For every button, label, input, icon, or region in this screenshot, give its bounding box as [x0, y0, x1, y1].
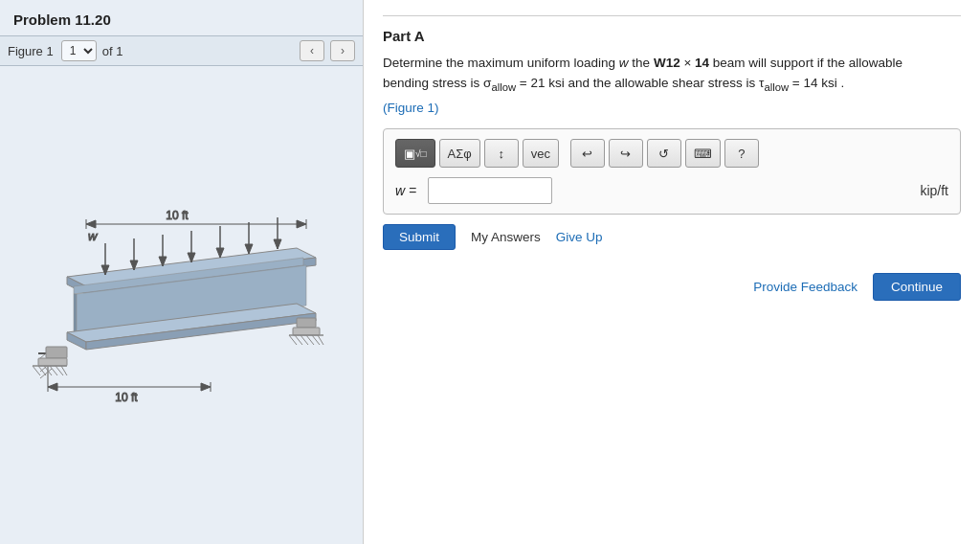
continue-button[interactable]: Continue — [873, 273, 961, 301]
action-row: Submit My Answers Give Up — [383, 224, 961, 250]
svg-marker-46 — [274, 239, 281, 249]
help-button[interactable]: ? — [724, 139, 759, 168]
answer-input[interactable] — [428, 177, 552, 204]
refresh-button[interactable]: ↺ — [647, 139, 681, 168]
my-answers-link[interactable]: My Answers — [471, 230, 541, 244]
figure-select[interactable]: 1 — [61, 40, 97, 61]
answer-row: w = kip/ft — [395, 177, 948, 204]
redo-button[interactable]: ↪ — [609, 139, 643, 168]
svg-rect-24 — [297, 318, 316, 328]
svg-rect-16 — [38, 358, 67, 366]
figure-navigation: Figure 1 1 of 1 ‹ › — [0, 35, 363, 66]
svg-marker-58 — [201, 383, 211, 391]
right-panel: Part A Determine the maximum uniform loa… — [364, 0, 980, 544]
prev-figure-button[interactable]: ‹ — [300, 40, 324, 61]
svg-text:w: w — [88, 229, 99, 243]
svg-marker-52 — [297, 220, 306, 228]
submit-button[interactable]: Submit — [383, 224, 456, 250]
unit-label: kip/ft — [920, 183, 948, 198]
left-panel: Problem 11.20 Figure 1 1 of 1 ‹ › — [0, 0, 364, 544]
problem-text-line2: bending stress is σallow = 21 ksi and th… — [383, 76, 844, 90]
svg-marker-42 — [216, 248, 224, 258]
matrix-button[interactable]: ▣√□ — [395, 139, 435, 168]
problem-title: Problem 11.20 — [0, 0, 363, 35]
answer-label: w = — [395, 183, 418, 198]
fraction-button[interactable]: ↕ — [484, 139, 519, 168]
svg-rect-15 — [46, 347, 67, 358]
symbol-button[interactable]: ΑΣφ — [439, 139, 480, 168]
figure-image-area: w 10 ft 10 ft — [0, 66, 363, 544]
svg-marker-57 — [48, 383, 57, 391]
svg-text:10 ft: 10 ft — [166, 209, 189, 222]
svg-marker-51 — [86, 220, 96, 228]
figure-link[interactable]: (Figure 1) — [383, 101, 439, 115]
input-toolbar: ▣√□ ΑΣφ ↕ vec ↩ ↪ ↺ ⌨ ? w = kip/ft — [383, 128, 961, 215]
toolbar-buttons: ▣√□ ΑΣφ ↕ vec ↩ ↪ ↺ ⌨ ? — [395, 139, 948, 168]
next-figure-button[interactable]: › — [330, 40, 355, 61]
problem-text-line1: Determine the maximum uniform loading w … — [383, 56, 902, 70]
problem-text: Determine the maximum uniform loading w … — [383, 54, 961, 96]
svg-text:10 ft: 10 ft — [115, 391, 138, 404]
figure-of-label: of 1 — [102, 44, 123, 58]
figure-label: Figure 1 — [8, 44, 54, 58]
provide-feedback-link[interactable]: Provide Feedback — [753, 280, 858, 294]
figure-svg: w 10 ft 10 ft — [19, 191, 345, 420]
give-up-link[interactable]: Give Up — [556, 230, 603, 244]
undo-button[interactable]: ↩ — [570, 139, 605, 168]
part-label: Part A — [383, 28, 961, 44]
bottom-actions: Provide Feedback Continue — [383, 273, 961, 301]
svg-marker-44 — [245, 244, 253, 254]
svg-rect-25 — [293, 328, 320, 335]
keyboard-button[interactable]: ⌨ — [685, 139, 721, 168]
vec-button[interactable]: vec — [523, 139, 559, 168]
svg-marker-10 — [74, 294, 77, 334]
